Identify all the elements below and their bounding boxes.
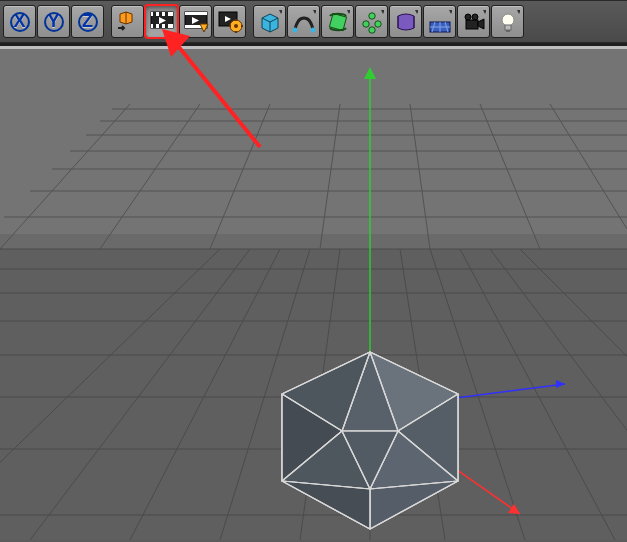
svg-point-2 (79, 13, 97, 31)
environment-icon (428, 10, 452, 34)
add-deformer-button[interactable] (389, 5, 422, 38)
add-cube-button[interactable] (253, 5, 286, 38)
svg-marker-43 (449, 10, 452, 14)
y-axis-button[interactable]: Y (37, 5, 70, 38)
svg-point-35 (368, 26, 374, 32)
add-environment-button[interactable] (423, 5, 456, 38)
svg-rect-8 (165, 12, 168, 16)
svg-rect-6 (153, 12, 156, 16)
svg-point-28 (310, 27, 315, 32)
render-view-button[interactable] (145, 5, 178, 38)
svg-point-33 (362, 20, 368, 26)
svg-marker-48 (483, 10, 486, 14)
z-axis-button[interactable]: Z (71, 5, 104, 38)
svg-marker-36 (381, 10, 384, 14)
render-view-icon (149, 9, 175, 35)
render-settings-button[interactable] (213, 5, 246, 38)
svg-point-1 (45, 13, 63, 31)
add-light-button[interactable] (491, 5, 524, 38)
svg-point-27 (292, 27, 297, 32)
svg-point-34 (374, 20, 380, 26)
svg-marker-26 (279, 10, 282, 14)
svg-marker-29 (313, 10, 316, 14)
render-region-icon (183, 9, 209, 35)
add-spline-button[interactable] (287, 5, 320, 38)
nurbs-icon (326, 10, 350, 34)
svg-point-0 (11, 13, 29, 31)
svg-rect-10 (159, 24, 162, 28)
array-icon (360, 10, 384, 34)
make-editable-icon (116, 10, 140, 34)
light-icon (496, 10, 520, 34)
deformer-icon (394, 10, 418, 34)
svg-point-46 (472, 14, 478, 20)
svg-rect-50 (505, 25, 511, 30)
add-array-button[interactable] (355, 5, 388, 38)
make-editable-button[interactable] (111, 5, 144, 38)
svg-rect-54 (0, 234, 627, 249)
main-toolbar: X Y Z (0, 0, 627, 43)
svg-rect-44 (466, 20, 478, 29)
svg-marker-47 (478, 19, 484, 29)
svg-rect-11 (165, 24, 168, 28)
svg-rect-53 (0, 49, 627, 234)
camera-icon (462, 10, 486, 34)
svg-point-49 (502, 14, 514, 26)
svg-marker-31 (347, 10, 350, 14)
viewport-scene (0, 49, 627, 540)
svg-point-21 (234, 24, 238, 28)
svg-point-45 (465, 14, 471, 20)
render-region-button[interactable] (179, 5, 212, 38)
svg-marker-52 (517, 10, 520, 14)
svg-point-32 (368, 12, 374, 18)
x-axis-button[interactable]: X (3, 5, 36, 38)
svg-rect-9 (153, 24, 156, 28)
svg-marker-37 (415, 10, 418, 14)
svg-rect-7 (159, 12, 162, 16)
add-nurbs-button[interactable] (321, 5, 354, 38)
cube-icon (258, 10, 282, 34)
viewport[interactable] (0, 43, 627, 540)
spline-icon (292, 10, 316, 34)
render-settings-icon (217, 9, 243, 35)
svg-rect-30 (329, 13, 346, 30)
add-camera-button[interactable] (457, 5, 490, 38)
svg-rect-14 (185, 12, 207, 15)
